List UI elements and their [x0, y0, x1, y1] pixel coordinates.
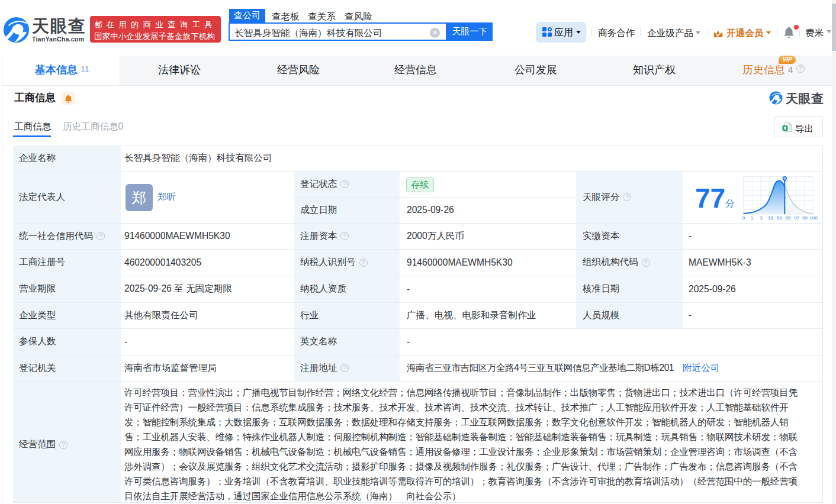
svg-text:85: 85: [786, 215, 791, 220]
svg-text:100: 100: [809, 215, 818, 220]
svg-text:97: 97: [794, 215, 799, 220]
svg-text:3: 3: [760, 215, 763, 220]
svg-text:1: 1: [751, 215, 754, 220]
svg-text:15: 15: [768, 215, 773, 220]
svg-text:50: 50: [777, 215, 782, 220]
svg-text:99: 99: [802, 215, 808, 220]
svg-text:0: 0: [742, 215, 745, 220]
